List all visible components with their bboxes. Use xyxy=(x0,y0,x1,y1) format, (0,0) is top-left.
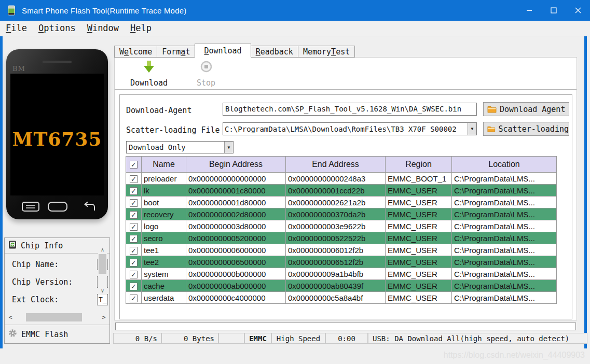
cell-name: userdata xyxy=(142,292,186,304)
row-checkbox[interactable]: ✓ xyxy=(130,187,138,195)
download-button[interactable]: Download xyxy=(124,61,174,88)
ext-clock-value[interactable]: T_ xyxy=(97,294,108,305)
scatter-file-combobox[interactable]: C:\ProgramData\LMSA\Download\RomFiles\TB… xyxy=(223,122,477,135)
cell-end-address: 0x0000000006512f2b xyxy=(286,256,386,268)
cell-end-address: 0x000000000370da2b xyxy=(286,208,386,220)
chip-name-label: Chip Name: xyxy=(12,260,59,269)
tab-welcome[interactable]: Welcome xyxy=(114,46,157,58)
menu-bar: FileOptionsWindowHelp xyxy=(0,21,590,36)
row-checkbox[interactable]: ✓ xyxy=(130,259,138,267)
status-usb-info: USB: DA Download All(high speed, auto de… xyxy=(368,333,587,344)
cell-name: recovery xyxy=(142,208,186,220)
download-arrow-icon xyxy=(143,61,155,74)
close-button[interactable] xyxy=(566,0,590,21)
column-header-end-address[interactable]: End Address xyxy=(286,157,386,173)
menu-item-window[interactable]: Window xyxy=(81,21,125,36)
chip-version-label: Chip Version: xyxy=(12,277,73,287)
row-checkbox[interactable]: ✓ xyxy=(130,283,138,290)
table-row[interactable]: ✓ lk 0x0000000001c80000 0x0000000001ccd2… xyxy=(126,185,557,197)
column-header-name[interactable]: Name xyxy=(142,157,186,173)
table-row[interactable]: ✓ system 0x000000000b000000 0x000000009a… xyxy=(126,268,557,280)
download-mode-select[interactable]: Download Only ▼ xyxy=(126,141,234,153)
menu-item-file[interactable]: File xyxy=(0,21,33,36)
stop-button-label: Stop xyxy=(197,78,215,88)
tab-readback[interactable]: Readback xyxy=(251,46,298,58)
scroll-up-icon[interactable]: ∧ xyxy=(98,246,107,254)
vertical-scroll-thumb[interactable] xyxy=(99,254,106,274)
table-row[interactable]: ✓ tee1 0x0000000006000000 0x000000000601… xyxy=(126,244,557,256)
horizontal-scroll-thumb[interactable] xyxy=(26,313,82,321)
chip-refresh-icon xyxy=(8,241,17,251)
table-row[interactable]: ✓ secro 0x0000000005200000 0x00000000052… xyxy=(126,232,557,244)
cell-location: C:\ProgramData\LMS... xyxy=(452,197,557,208)
scroll-left-icon[interactable]: < xyxy=(6,314,15,321)
tab-download[interactable]: Download xyxy=(195,44,251,58)
row-checkbox[interactable]: ✓ xyxy=(130,247,138,255)
table-row[interactable]: ✓ cache 0x00000000ab000000 0x00000000ab8… xyxy=(126,280,557,292)
window-title: Smart Phone Flash Tool(Runtime Trace Mod… xyxy=(22,6,186,15)
scatter-dropdown-icon[interactable]: ▼ xyxy=(468,123,476,135)
row-checkbox[interactable]: ✓ xyxy=(130,295,138,302)
cell-end-address: 0x00000000ab80439f xyxy=(286,280,386,292)
column-header-region[interactable]: Region xyxy=(386,157,452,173)
row-checkbox[interactable]: ✓ xyxy=(130,175,138,183)
cell-region: EMMC_USER xyxy=(386,232,452,244)
window-border-left xyxy=(0,36,3,348)
mode-dropdown-icon[interactable]: ▼ xyxy=(224,142,233,153)
download-agent-button[interactable]: Download Agent xyxy=(483,102,569,116)
flash-type-label: EMMC Flash xyxy=(21,330,68,339)
horizontal-scroll-track[interactable] xyxy=(15,313,100,321)
cell-begin-address: 0x0000000006000000 xyxy=(186,244,286,256)
progress-bar xyxy=(115,323,576,330)
phone-home-icon xyxy=(48,202,67,214)
cell-begin-address: 0x00000000ab000000 xyxy=(186,280,286,292)
table-row[interactable]: ✓ preloader 0x0000000000000000 0x0000000… xyxy=(126,173,557,185)
stop-icon xyxy=(200,61,212,73)
menu-item-help[interactable]: Help xyxy=(125,21,157,36)
stop-button[interactable]: Stop xyxy=(181,61,231,88)
table-row[interactable]: ✓ logo 0x0000000003d80000 0x0000000003e9… xyxy=(126,220,557,232)
cell-end-address: 0x0000000003e9622b xyxy=(286,220,386,232)
scroll-down-icon[interactable]: ∨ xyxy=(98,287,107,295)
select-all-checkbox[interactable]: ✓ xyxy=(130,161,138,169)
tab-format[interactable]: Format xyxy=(157,46,195,58)
scroll-right-icon[interactable]: > xyxy=(100,314,108,321)
folder-icon xyxy=(487,106,497,113)
minimize-button[interactable] xyxy=(517,0,541,21)
menu-item-options[interactable]: Options xyxy=(33,21,81,36)
tab-memory-test[interactable]: Memory Test xyxy=(298,46,355,58)
row-checkbox[interactable]: ✓ xyxy=(130,223,138,231)
cell-location: C:\ProgramData\LMS... xyxy=(452,173,557,185)
cell-location: C:\ProgramData\LMS... xyxy=(452,256,557,268)
scatter-loading-button[interactable]: Scatter-loading xyxy=(483,122,569,136)
cell-region: EMMC_USER xyxy=(386,256,452,268)
cell-end-address: 0x00000000000248a3 xyxy=(286,173,386,185)
row-checkbox[interactable]: ✓ xyxy=(130,211,138,219)
cell-name: tee1 xyxy=(142,244,186,256)
status-bar: 0 B/s 0 Bytes EMMC High Speed 0:00 USB: … xyxy=(113,333,587,344)
table-row[interactable]: ✓ boot 0x0000000001d80000 0x000000000262… xyxy=(126,197,557,208)
column-header-begin-address[interactable]: Begin Address xyxy=(186,157,286,173)
cell-end-address: 0x000000000522522b xyxy=(286,232,386,244)
status-elapsed-time: 0:00 xyxy=(325,333,368,344)
download-button-label: Download xyxy=(130,78,168,88)
row-checkbox[interactable]: ✓ xyxy=(130,199,138,207)
row-checkbox[interactable]: ✓ xyxy=(130,235,138,243)
table-row[interactable]: ✓ recovery 0x0000000002d80000 0x00000000… xyxy=(126,208,557,220)
cell-name: boot xyxy=(142,197,186,208)
phone-menu-icon xyxy=(22,202,39,214)
table-row[interactable]: ✓ tee2 0x0000000006500000 0x000000000651… xyxy=(126,256,557,268)
phone-chip-label: MT6735 xyxy=(10,128,104,150)
row-checkbox[interactable]: ✓ xyxy=(130,271,138,278)
cell-location: C:\ProgramData\LMS... xyxy=(452,244,557,256)
download-agent-input[interactable]: Blogthetech.com\SP_Flash_Tool_v5.1628_Wi… xyxy=(223,103,477,116)
table-row[interactable]: ✓ userdata 0x00000000c4000000 0x00000000… xyxy=(126,292,557,304)
chip-info-horizontal-scrollbar[interactable]: < > xyxy=(6,313,108,322)
chip-info-body: Chip Name: T6 Chip Version: 0c Ext Clock… xyxy=(5,254,109,313)
phone-brand-text: BM xyxy=(12,65,25,73)
maximize-button[interactable] xyxy=(541,0,566,21)
chip-info-vertical-scrollbar[interactable]: ∧ ∨ xyxy=(98,246,107,295)
column-header-location[interactable]: Location xyxy=(452,157,557,173)
cell-name: cache xyxy=(142,280,186,292)
scatter-file-label: Scatter-loading File xyxy=(126,125,220,135)
